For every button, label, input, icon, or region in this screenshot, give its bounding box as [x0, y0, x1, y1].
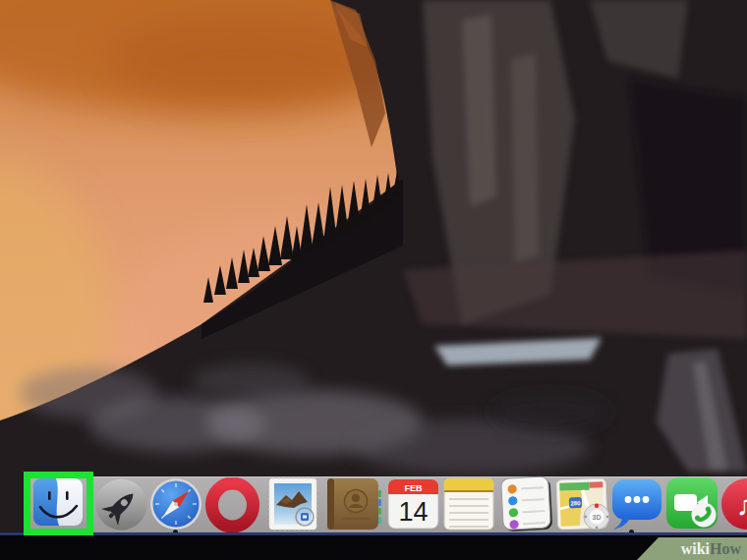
mail-icon[interactable]: [268, 477, 317, 531]
watermark-wiki-text: wiki: [681, 540, 710, 558]
calendar-month: FEB: [405, 483, 424, 493]
notes-icon[interactable]: [443, 477, 494, 531]
facetime-icon[interactable]: [666, 477, 718, 530]
safari-icon[interactable]: [149, 477, 202, 531]
launchpad-icon[interactable]: [95, 478, 147, 531]
music-icon[interactable]: ♫: [720, 477, 747, 531]
maps-3d-compass: 3D: [584, 504, 609, 530]
finder-highlight-box: [24, 472, 93, 535]
opera-icon[interactable]: [205, 477, 259, 532]
reminders-icon[interactable]: [500, 476, 555, 534]
desktop-screen: { "desktop": { "wallpaper_name": "yosemi…: [0, 0, 747, 560]
contacts-icon[interactable]: [327, 478, 381, 530]
messages-icon[interactable]: [611, 477, 662, 531]
calendar-day: 14: [398, 497, 428, 527]
maps-icon[interactable]: 280 3D: [556, 478, 611, 532]
calendar-icon[interactable]: FEB 14: [387, 477, 439, 531]
maps-shield-number: 280: [570, 500, 581, 506]
watermark-how-text: How: [710, 540, 741, 558]
bottom-strip: [0, 535, 747, 560]
music-note-glyph: ♫: [736, 488, 747, 521]
maps-3d-label: 3D: [593, 514, 602, 521]
